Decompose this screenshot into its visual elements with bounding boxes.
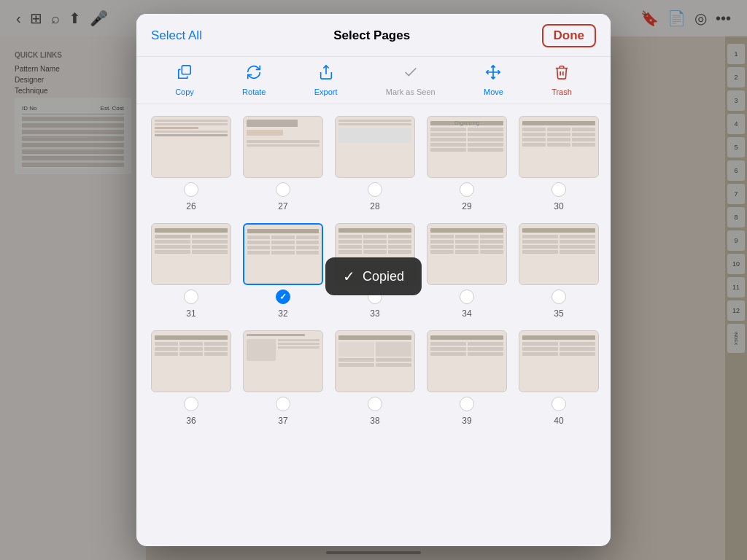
toast-check-icon: ✓ [343, 268, 355, 285]
page-num-29: 29 [462, 201, 471, 211]
rotate-toolbar-item[interactable]: Rotate [242, 64, 266, 96]
page-num-33: 33 [370, 308, 379, 319]
page-thumb-37 [243, 330, 323, 392]
page-thumb-31 [151, 223, 231, 285]
rotate-icon [246, 64, 262, 85]
page-circle-30[interactable] [551, 182, 566, 197]
page-circle-36[interactable] [184, 397, 198, 411]
page-thumb-26 [151, 116, 231, 178]
page-thumb-29: Organizing [427, 116, 507, 178]
pages-content: 26 27 [136, 104, 611, 546]
page-num-32: 32 [278, 308, 287, 319]
page-circle-28[interactable] [368, 182, 382, 197]
mark-as-seen-label: Mark as Seen [386, 88, 436, 96]
page-item-32[interactable]: 32 [243, 223, 323, 319]
done-button[interactable]: Done [542, 24, 597, 47]
trash-label: Trash [551, 88, 572, 96]
home-indicator [326, 551, 421, 554]
move-icon [485, 64, 501, 85]
page-thumb-28 [335, 116, 415, 178]
page-circle-39[interactable] [460, 397, 474, 411]
page-circle-38[interactable] [368, 397, 382, 411]
page-item-40[interactable]: 40 [519, 330, 599, 426]
export-label: Export [314, 88, 338, 96]
copy-toolbar-item[interactable]: Copy [175, 64, 194, 96]
trash-icon [554, 64, 570, 85]
page-thumb-38 [335, 330, 415, 392]
modal-overlay: Select All Select Pages Done Copy [0, 0, 747, 560]
page-num-36: 36 [186, 416, 196, 426]
page-item-35[interactable]: 35 [519, 223, 599, 319]
page-num-40: 40 [554, 416, 563, 426]
trash-toolbar-item[interactable]: Trash [551, 64, 572, 96]
page-item-28[interactable]: 28 [335, 116, 415, 211]
rotate-label: Rotate [242, 88, 266, 96]
page-circle-29[interactable] [460, 182, 474, 197]
page-num-39: 39 [462, 416, 471, 426]
page-thumb-39 [427, 330, 507, 392]
modal-header: Select All Select Pages Done [136, 14, 611, 57]
toolbar: Copy Rotate [136, 57, 611, 104]
page-num-28: 28 [370, 201, 379, 211]
page-circle-27[interactable] [276, 182, 290, 197]
move-toolbar-item[interactable]: Move [484, 64, 503, 96]
mark-as-seen-icon [403, 64, 419, 85]
page-num-35: 35 [554, 308, 563, 319]
export-icon [318, 64, 334, 85]
page-thumb-27 [243, 116, 323, 178]
move-label: Move [484, 88, 503, 96]
page-circle-35[interactable] [551, 289, 566, 304]
page-num-30: 30 [554, 201, 563, 211]
page-thumb-30 [519, 116, 599, 178]
page-num-34: 34 [462, 308, 471, 319]
page-thumb-35 [519, 223, 599, 285]
copy-icon [177, 64, 193, 85]
page-num-37: 37 [278, 416, 287, 426]
page-item-26[interactable]: 26 [151, 116, 231, 211]
page-item-38[interactable]: 38 [335, 330, 415, 426]
page-circle-31[interactable] [184, 289, 198, 304]
select-all-button[interactable]: Select All [151, 28, 202, 43]
page-item-29[interactable]: Organizing 29 [427, 116, 507, 211]
page-circle-37[interactable] [276, 397, 290, 411]
page-item-36[interactable]: 36 [151, 330, 231, 426]
page-num-38: 38 [370, 416, 379, 426]
page-circle-32[interactable] [276, 289, 290, 304]
svg-rect-0 [182, 66, 190, 74]
page-thumb-34 [427, 223, 507, 285]
page-num-31: 31 [186, 308, 196, 319]
page-item-34[interactable]: 34 [427, 223, 507, 319]
page-num-27: 27 [278, 201, 287, 211]
page-circle-26[interactable] [184, 182, 198, 197]
page-item-31[interactable]: 31 [151, 223, 231, 319]
page-item-39[interactable]: 39 [427, 330, 507, 426]
page-item-30[interactable]: 30 [519, 116, 599, 211]
page-item-27[interactable]: 27 [243, 116, 323, 211]
page-circle-34[interactable] [460, 289, 474, 304]
page-thumb-40 [519, 330, 599, 392]
export-toolbar-item[interactable]: Export [314, 64, 338, 96]
select-pages-modal: Select All Select Pages Done Copy [136, 14, 611, 546]
page-item-37[interactable]: 37 [243, 330, 323, 426]
copied-toast: ✓ Copied [325, 257, 422, 295]
page-circle-40[interactable] [551, 397, 566, 411]
page-num-26: 26 [186, 201, 196, 211]
page-thumb-36 [151, 330, 231, 392]
page-thumb-32 [243, 223, 323, 285]
modal-title: Select Pages [333, 28, 410, 43]
copy-label: Copy [175, 88, 194, 96]
mark-as-seen-toolbar-item[interactable]: Mark as Seen [386, 64, 436, 96]
toast-message: Copied [363, 269, 404, 284]
